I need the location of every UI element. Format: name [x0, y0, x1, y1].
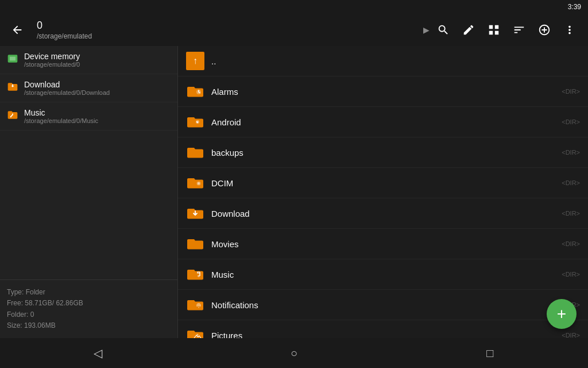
dcim-folder-icon — [186, 174, 204, 192]
file-item-android[interactable]: Android <DIR> — [178, 107, 588, 137]
title-bar: 0 /storage/emulated ▶ — [0, 14, 588, 46]
sidebar-item-music[interactable]: Music /storage/emulated/0/Music — [0, 102, 177, 131]
file-dir-dcim: <DIR> — [562, 179, 580, 186]
fab-icon: + — [557, 305, 566, 323]
file-item-movies[interactable]: Movies <DIR> — [178, 229, 588, 259]
svg-point-5 — [198, 182, 200, 185]
pictures-folder-icon — [186, 326, 204, 338]
file-item-pictures[interactable]: Pictures <DIR> — [178, 320, 588, 338]
sidebar-item-device[interactable]: Device memory /storage/emulated/0 — [0, 46, 177, 74]
sort-button[interactable] — [508, 18, 531, 41]
fab-add-button[interactable]: + — [547, 299, 577, 329]
file-name-backups: backups — [211, 148, 580, 158]
sidebar-item-music-text: Music /storage/emulated/0/Music — [24, 108, 98, 124]
file-name-music: Music — [211, 270, 580, 279]
sidebar-item-device-text: Device memory /storage/emulated/0 — [24, 52, 80, 68]
file-dir-download: <DIR> — [562, 210, 580, 217]
device-icon — [7, 53, 18, 64]
file-item-dcim[interactable]: DCIM <DIR> — [178, 168, 588, 198]
network-icon: ▶ — [423, 25, 430, 34]
file-item-alarms[interactable]: Alarms <DIR> — [178, 76, 588, 107]
music-folder-icon-list — [186, 265, 204, 283]
title-actions: ▶ — [423, 18, 581, 41]
nav-home-icon: ○ — [291, 347, 297, 360]
notifications-folder-icon — [186, 296, 204, 314]
edit-button[interactable] — [457, 18, 480, 41]
file-name-alarms: Alarms — [211, 87, 580, 97]
title-text: 0 /storage/emulated — [37, 20, 423, 40]
more-button[interactable] — [558, 18, 581, 41]
main-content: Device memory /storage/emulated/0 Downlo… — [0, 46, 588, 338]
sidebar-download-name: Download — [24, 80, 110, 89]
backups-folder-icon — [186, 143, 204, 162]
file-item-notifications[interactable]: Notifications <DIR> — [178, 290, 588, 320]
svg-rect-7 — [198, 307, 199, 308]
svg-point-8 — [197, 334, 199, 336]
file-name-notifications: Notifications — [211, 300, 580, 310]
sidebar-download-path: /storage/emulated/0/Download — [24, 89, 110, 96]
nav-back-button[interactable]: ◁ — [81, 338, 115, 368]
sidebar-item-download[interactable]: Download /storage/emulated/0/Download — [0, 74, 177, 102]
file-name-pictures: Pictures — [211, 331, 580, 339]
sidebar: Device memory /storage/emulated/0 Downlo… — [0, 46, 178, 338]
footer-free: Free: 58.71GB/ 62.86GB — [7, 298, 171, 309]
android-folder-icon — [186, 113, 204, 131]
status-bar: 3:39 — [0, 0, 588, 14]
nav-home-button[interactable]: ○ — [277, 338, 311, 368]
svg-rect-1 — [10, 57, 16, 61]
nav-back-icon: ◁ — [94, 346, 102, 360]
file-name-android: Android — [211, 117, 580, 127]
file-name-dcim: DCIM — [211, 178, 580, 188]
footer-folder: Folder: 0 — [7, 309, 171, 320]
title-number: 0 — [37, 20, 423, 32]
file-item-backups[interactable]: backups <DIR> — [178, 137, 588, 168]
nav-bar: ◁ ○ □ — [0, 338, 588, 368]
file-list: ↑ .. Alarms <DIR> — [178, 46, 588, 338]
file-dir-movies: <DIR> — [562, 240, 580, 247]
download-folder-icon — [7, 81, 18, 93]
file-dir-pictures: <DIR> — [562, 332, 580, 338]
title-path: /storage/emulated — [37, 32, 423, 40]
sidebar-item-download-text: Download /storage/emulated/0/Download — [24, 80, 110, 96]
file-item-download[interactable]: Download <DIR> — [178, 198, 588, 229]
grid-button[interactable] — [482, 18, 505, 41]
footer-size: Size: 193.06MB — [7, 320, 171, 331]
file-name-download: Download — [211, 209, 580, 218]
back-button[interactable] — [7, 20, 28, 40]
file-name-parent: .. — [211, 56, 580, 66]
file-dir-alarms: <DIR> — [562, 88, 580, 95]
file-item-music[interactable]: Music <DIR> — [178, 259, 588, 290]
file-name-movies: Movies — [211, 239, 580, 249]
movies-folder-icon — [186, 235, 204, 253]
sidebar-music-name: Music — [24, 108, 98, 117]
sidebar-device-path: /storage/emulated/0 — [24, 61, 80, 68]
file-dir-android: <DIR> — [562, 118, 580, 125]
file-dir-music: <DIR> — [562, 271, 580, 278]
search-button[interactable] — [432, 18, 455, 41]
footer-type: Type: Folder — [7, 287, 171, 298]
parent-arrow-icon: ↑ — [186, 52, 204, 70]
sidebar-footer: Type: Folder Free: 58.71GB/ 62.86GB Fold… — [0, 279, 177, 338]
nav-recent-icon: □ — [486, 347, 493, 360]
alarms-folder-icon — [186, 82, 204, 101]
file-item-parent[interactable]: ↑ .. — [178, 46, 588, 76]
nav-recent-button[interactable]: □ — [473, 338, 507, 368]
sidebar-music-path: /storage/emulated/0/Music — [24, 117, 98, 124]
music-folder-icon — [7, 109, 18, 121]
file-dir-backups: <DIR> — [562, 149, 580, 156]
download-icon — [186, 204, 204, 223]
parent-folder-icon: ↑ — [186, 52, 204, 70]
status-time: 3:39 — [568, 3, 581, 11]
add-button[interactable] — [533, 18, 556, 41]
sidebar-device-name: Device memory — [24, 52, 80, 61]
